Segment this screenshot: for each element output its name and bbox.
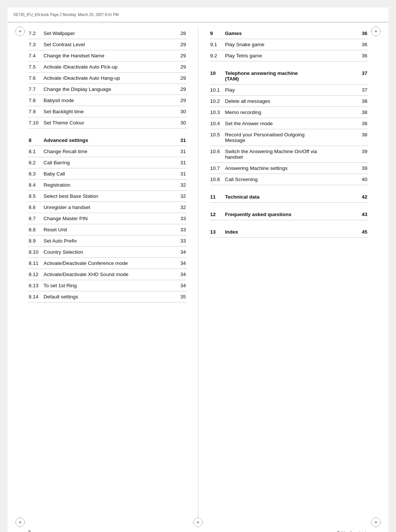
- toc-row: 8.6Unregister a handset32: [28, 202, 187, 213]
- corner-mark-tr: [370, 25, 382, 37]
- toc-section-number: 8.12: [28, 269, 43, 280]
- toc-page-number: 43: [357, 209, 368, 220]
- toc-page-number: 40: [357, 174, 368, 185]
- toc-row: 7.5Activate /Deactivate Auto Pick-up29: [28, 61, 187, 73]
- toc-row: 7.6Activate /Deactivate Auto Hang-up29: [28, 73, 187, 84]
- toc-section-title: Set Backlight time: [43, 106, 176, 117]
- svg-point-13: [19, 521, 21, 523]
- toc-section-number: 9.1: [210, 39, 224, 50]
- corner-mark-bl: [14, 516, 26, 528]
- spacer-row: [210, 220, 368, 227]
- toc-row: 8.7Change Master PIN33: [28, 213, 187, 224]
- toc-row: 8Advanced settings31: [28, 135, 187, 146]
- toc-section-number: 10.2: [210, 96, 224, 107]
- toc-page-number: 39: [357, 146, 368, 163]
- toc-page-number: 36: [357, 28, 368, 39]
- toc-section-title: Change the Handset Name: [43, 50, 176, 61]
- spacer-row: [210, 185, 368, 192]
- toc-page-number: 28: [176, 28, 187, 39]
- toc-row: 8.11Activate/Deactivate Conference mode3…: [28, 258, 187, 269]
- toc-section-number: 10.6: [210, 146, 224, 163]
- toc-row: 7.8Babysit mode29: [28, 95, 187, 106]
- toc-page-number: 37: [357, 85, 368, 96]
- toc-page-number: 35: [176, 291, 187, 303]
- toc-section-title: Call Screening: [224, 174, 357, 185]
- toc-row: 7.2Set Wallpaper28: [28, 28, 187, 39]
- toc-section-number: 8.2: [28, 157, 43, 168]
- toc-section-title: Call Barring: [43, 157, 176, 168]
- toc-row: 8.12Activate/Deactivate XHD Sound mode34: [28, 269, 187, 280]
- toc-section-number: 12: [210, 209, 224, 220]
- toc-section-title: Change the Display Language: [43, 84, 176, 95]
- spacer-row: [210, 203, 368, 209]
- toc-section-number: 13: [210, 227, 224, 238]
- svg-point-19: [197, 521, 199, 523]
- toc-section-number: 8.10: [28, 247, 43, 258]
- toc-section-number: 10.7: [210, 163, 224, 174]
- toc-row: 8.1Change Recall time31: [28, 146, 187, 157]
- toc-section-title: Activate/Deactivate XHD Sound mode: [43, 269, 176, 280]
- toc-section-title: Memo recording: [224, 107, 357, 118]
- toc-section-number: 7.10: [28, 117, 43, 129]
- toc-section-number: 8.4: [28, 180, 43, 191]
- toc-page-number: 31: [176, 157, 187, 168]
- toc-section-number: 8: [28, 135, 43, 146]
- toc-section-title: To set 1st Ring: [43, 280, 176, 291]
- toc-row: 10.4Set the Answer mode38: [210, 118, 368, 129]
- toc-page-number: 38: [357, 129, 368, 146]
- footer-label: Table of contents: [337, 531, 368, 532]
- toc-section-number: 7.4: [28, 50, 43, 61]
- toc-section-number: 7.3: [28, 39, 43, 50]
- svg-point-25: [375, 521, 377, 523]
- toc-page-number: 29: [176, 39, 187, 50]
- toc-section-number: 8.11: [28, 258, 43, 269]
- toc-section-title: Select best Base Station: [43, 191, 176, 202]
- right-toc-table: 9Games369.1Play Snake game369.2Play Tetr…: [210, 28, 368, 238]
- toc-page-number: 33: [176, 235, 187, 247]
- toc-page-number: 29: [176, 61, 187, 73]
- toc-section-title: Technical data: [224, 191, 357, 203]
- svg-point-7: [375, 30, 377, 32]
- header-bar: SE745_IFU_EN.book Page 2 Monday, March 2…: [7, 7, 389, 22]
- toc-row: 8.9Set Auto Prefix33: [28, 235, 187, 247]
- corner-mark-tl: [14, 25, 26, 37]
- toc-page-number: 34: [176, 258, 187, 269]
- toc-section-number: 8.6: [28, 202, 43, 213]
- toc-row: 10.7Answering Machine settings39: [210, 163, 368, 174]
- toc-row: 10.1Play37: [210, 85, 368, 96]
- toc-section-title: Change Master PIN: [43, 213, 176, 224]
- toc-section-title: Telephone answering machine(TAM): [224, 68, 357, 85]
- toc-section-title: Set Contrast Level: [43, 39, 176, 50]
- toc-section-number: 8.9: [28, 235, 43, 247]
- corner-mark-bc: [192, 516, 204, 528]
- toc-section-number: 10.5: [210, 129, 224, 146]
- toc-section-title: Play: [224, 85, 357, 96]
- toc-section-title: Set the Answer mode: [224, 118, 357, 129]
- toc-page-number: 31: [176, 135, 187, 146]
- toc-section-number: 8.5: [28, 191, 43, 202]
- left-toc-table: 7.2Set Wallpaper287.3Set Contrast Level2…: [28, 28, 187, 303]
- toc-page-number: 31: [176, 168, 187, 180]
- toc-section-title: Index: [224, 227, 357, 238]
- toc-page-number: 30: [176, 117, 187, 129]
- toc-row: 11Technical data42: [210, 191, 368, 203]
- page: SE745_IFU_EN.book Page 2 Monday, March 2…: [7, 7, 389, 532]
- toc-section-number: 10: [210, 68, 224, 85]
- toc-section-number: 7.9: [28, 106, 43, 117]
- toc-section-title: Activate /Deactivate Auto Hang-up: [43, 73, 176, 84]
- toc-page-number: 34: [176, 269, 187, 280]
- left-column: 7.2Set Wallpaper287.3Set Contrast Level2…: [28, 28, 198, 517]
- toc-section-title: Baby Call: [43, 168, 176, 180]
- toc-section-number: 8.14: [28, 291, 43, 303]
- toc-section-title: Registration: [43, 180, 176, 191]
- toc-page-number: 37: [357, 68, 368, 85]
- toc-page-number: 29: [176, 95, 187, 106]
- toc-section-number: 8.1: [28, 146, 43, 157]
- toc-page-number: 29: [176, 73, 187, 84]
- toc-row: 7.10Set Theme Colour30: [28, 117, 187, 129]
- spacer-row: [28, 129, 187, 135]
- toc-section-number: 10.8: [210, 174, 224, 185]
- toc-section-number: 7.2: [28, 28, 43, 39]
- toc-row: 12Frequently asked questions43: [210, 209, 368, 220]
- toc-section-number: 8.7: [28, 213, 43, 224]
